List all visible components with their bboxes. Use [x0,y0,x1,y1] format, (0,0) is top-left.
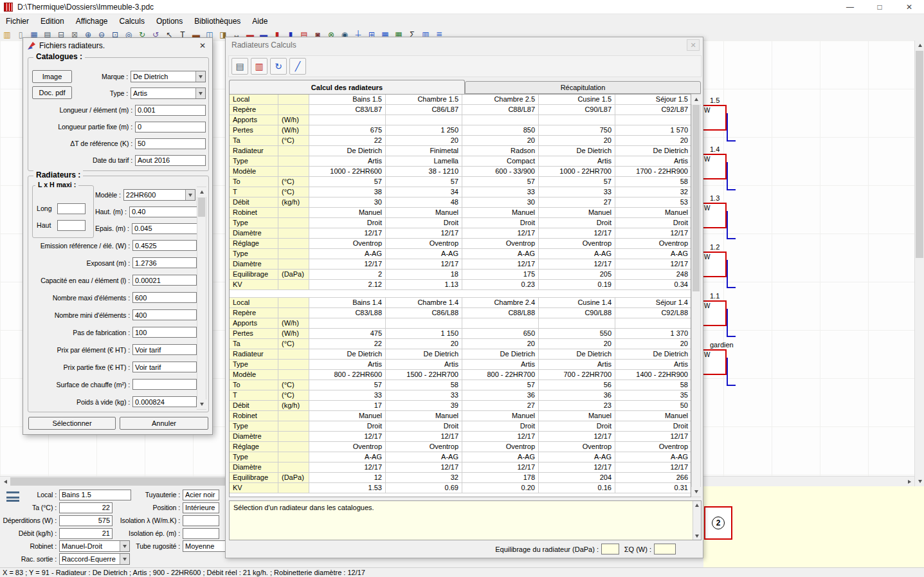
table-cell[interactable]: 12/17 [309,228,386,239]
table-cell[interactable]: C83/L87 [309,105,386,115]
table-cell[interactable]: A-AG [615,452,691,463]
table-cell[interactable]: 175 [462,270,539,280]
table-cell[interactable]: 38 - 1210 [386,167,462,177]
radiator-symbol[interactable]: W [701,154,727,179]
menu-aide[interactable]: Aide [246,14,273,28]
table-cell[interactable]: 32 [386,473,462,483]
table-cell[interactable]: 30 [462,197,539,208]
radiator-symbol[interactable]: W [701,252,727,277]
menu-bibliotheques[interactable]: Bibliothèques [188,14,246,28]
input-date-du-tarif[interactable]: Aout 2016 [135,155,206,166]
table-cell[interactable]: A-AG [386,249,462,259]
table-cell[interactable]: Droit [462,421,539,432]
table-cell[interactable]: Droit [386,421,462,432]
table-cell[interactable]: 35 [615,390,691,401]
table-cell[interactable]: 0.69 [386,483,462,493]
table-cell[interactable]: Droit [539,218,615,228]
tariff-icon[interactable]: ▥ [251,58,267,75]
table-cell[interactable]: 58 [386,380,462,390]
table-cell[interactable]: 1000 - 22HR700 [539,167,615,177]
table-cell[interactable]: Droit [615,421,691,432]
table-cell[interactable]: 34 [386,187,462,197]
table-cell[interactable]: A-AG [462,452,539,463]
tab-recapitulation[interactable]: Récapitulation [465,81,701,94]
table-cell[interactable]: 1 250 [386,125,462,136]
input-isolation-w-m-k[interactable] [183,515,219,526]
table-cell[interactable]: 18 [386,270,462,280]
table-cell[interactable]: 1 570 [615,125,691,136]
input-t-de-reference-k[interactable]: 50 [135,138,206,149]
select-marque[interactable]: De Dietrich [131,71,206,82]
message-scroll-up-button[interactable] [693,501,701,509]
radiator-symbol[interactable]: W [701,203,727,228]
tab-calcul-des-radiateurs[interactable]: Calcul des radiateurs [229,80,465,94]
input-longueur-element-m[interactable]: 0.001 [135,105,206,116]
table-cell[interactable]: Manuel [309,208,386,218]
table-cell[interactable]: 57 [386,177,462,187]
table-cell[interactable]: C90/L88 [539,308,615,318]
input-pas-de-fabrication[interactable]: 100 [132,327,197,338]
table-cell[interactable]: 20 [462,136,539,146]
input-longueur-partie-fixe-m[interactable]: 0 [135,122,206,133]
table-cell[interactable]: 0.31 [615,483,691,493]
table-cell[interactable]: 57 [309,177,386,187]
table-cell[interactable]: 178 [462,473,539,483]
table-cell[interactable]: 1 150 [386,329,462,339]
selectionner-button[interactable]: Sélectionner [28,417,116,430]
menu-fichier[interactable]: Fichier [0,14,35,28]
table-cell[interactable]: 22 [309,136,386,146]
table-cell[interactable]: Radson [462,146,539,156]
table-cell[interactable]: Cusine 1.5 [539,95,615,105]
table-cell[interactable]: 57 [462,380,539,390]
table-cell[interactable]: 1700 - 22HR900 [615,167,691,177]
table-cell[interactable]: 32 [615,187,691,197]
table-cell[interactable]: Droit [615,218,691,228]
menu-affichage[interactable]: Affichage [70,14,114,28]
table-cell[interactable]: 33 [309,390,386,401]
table-cell[interactable]: De Dietrich [309,146,386,156]
table-cell[interactable]: 12/17 [462,463,539,473]
table-cell[interactable]: Artis [386,360,462,370]
table-cell[interactable]: Chambre 2.5 [462,95,539,105]
dropdown-arrow-icon[interactable] [185,190,195,200]
table-cell[interactable]: 700 - 22HR700 [539,370,615,380]
vertical-scrollbar[interactable] [914,41,924,486]
table-cell[interactable]: 20 [615,339,691,349]
table-cell[interactable]: 204 [539,473,615,483]
scroll-right-button[interactable] [904,477,914,486]
table-cell[interactable]: Artis [615,156,691,167]
minimize-button[interactable]: — [835,0,865,14]
table-cell[interactable]: Séjour 1.4 [615,298,691,308]
table-cell[interactable] [615,318,691,329]
input-surface-de-chauffe-m[interactable] [132,379,197,390]
table-cell[interactable]: 48 [386,197,462,208]
table-cell[interactable]: Chambre 1.4 [386,298,462,308]
table-scroll-thumb[interactable] [693,105,700,291]
table-cell[interactable]: Manuel [615,208,691,218]
table-cell[interactable]: 248 [615,270,691,280]
table-cell[interactable]: A-AG [309,452,386,463]
table-cell[interactable]: Droit [462,218,539,228]
table-cell[interactable]: 12/17 [539,432,615,442]
table-cell[interactable]: 17 [309,401,386,411]
table-cell[interactable]: Oventrop [462,442,539,452]
table-cell[interactable]: 1 370 [615,329,691,339]
table-cell[interactable]: 12/17 [539,463,615,473]
input-haut-m[interactable]: 0.40 [129,206,199,217]
table-cell[interactable]: 12 [309,473,386,483]
table-cell[interactable]: Oventrop [309,239,386,249]
table-cell[interactable]: Manuel [539,411,615,421]
model-scroll-up-button[interactable] [197,187,206,197]
dropdown-arrow-icon[interactable] [195,71,205,82]
table-cell[interactable]: 12/17 [309,259,386,270]
table-cell[interactable]: 2 [309,270,386,280]
table-cell[interactable]: 12/17 [615,432,691,442]
message-scroll-down-button[interactable] [693,532,701,540]
menu-edition[interactable]: Edition [35,14,70,28]
scroll-up-button[interactable] [915,41,924,50]
table-cell[interactable]: 33 [539,187,615,197]
table-cell[interactable]: 12/17 [615,259,691,270]
table-cell[interactable]: 27 [462,401,539,411]
input-emission-reference-ele-w[interactable]: 0.4525 [132,240,197,251]
open-file-icon[interactable]: ▥ [1,29,13,40]
